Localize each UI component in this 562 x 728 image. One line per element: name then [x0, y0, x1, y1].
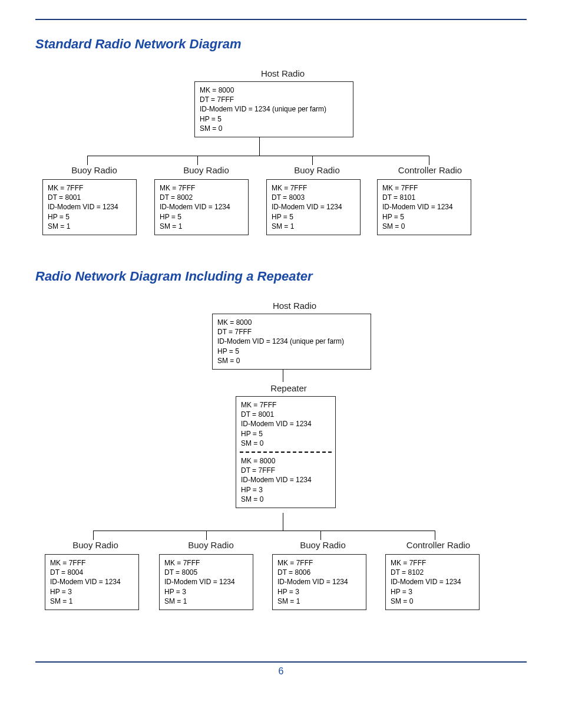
- child-2-sm: SM = 1: [272, 222, 355, 231]
- d2-child-0-box: MK = 7FFF DT = 8004 ID-Modem VID = 1234 …: [45, 554, 139, 610]
- connector: [283, 369, 283, 382]
- repeater-bot-id: ID-Modem VID = 1234: [241, 475, 330, 485]
- child-2-label: Buoy Radio: [276, 165, 358, 175]
- d2-child-3-box: MK = 7FFF DT = 8102 ID-Modem VID = 1234 …: [385, 554, 480, 610]
- child-2-box: MK = 7FFF DT = 8003 ID-Modem VID = 1234 …: [266, 179, 361, 235]
- host-label: Host Radio: [212, 68, 353, 78]
- child-3-id: ID-Modem VID = 1234: [382, 202, 466, 212]
- d2-child-1-mk: MK = 7FFF: [164, 558, 248, 568]
- repeater-bot-sm: SM = 0: [241, 495, 330, 504]
- connector: [87, 156, 88, 165]
- child-3-sm: SM = 0: [382, 222, 466, 231]
- repeater-top-sm: SM = 0: [241, 439, 330, 448]
- host2-hp: HP = 5: [217, 347, 366, 356]
- heading-diagram-2: Radio Network Diagram Including a Repeat…: [35, 269, 527, 284]
- connector: [206, 531, 207, 540]
- repeater-top-dt: DT = 8001: [241, 410, 330, 419]
- d2-child-2-sm: SM = 1: [277, 597, 361, 606]
- child-0-box: MK = 7FFF DT = 8001 ID-Modem VID = 1234 …: [42, 179, 137, 235]
- host2-sm: SM = 0: [217, 356, 366, 365]
- host-box: MK = 8000 DT = 7FFF ID-Modem VID = 1234 …: [194, 81, 353, 137]
- d2-child-2-hp: HP = 3: [277, 587, 361, 597]
- repeater-bot-dt: DT = 7FFF: [241, 466, 330, 475]
- d2-child-1-id: ID-Modem VID = 1234: [164, 577, 248, 587]
- host2-label: Host Radio: [224, 301, 365, 311]
- host-id: ID-Modem VID = 1234 (unique per farm): [200, 104, 348, 114]
- host2-mk: MK = 8000: [217, 318, 366, 327]
- d2-child-2-box: MK = 7FFF DT = 8006 ID-Modem VID = 1234 …: [272, 554, 366, 610]
- d2-child-0-hp: HP = 3: [50, 587, 134, 597]
- d2-child-2-dt: DT = 8006: [277, 568, 361, 577]
- repeater-bot-hp: HP = 3: [241, 485, 330, 495]
- repeater-top-id: ID-Modem VID = 1234: [241, 419, 330, 429]
- host2-box: MK = 8000 DT = 7FFF ID-Modem VID = 1234 …: [212, 314, 371, 370]
- child-0-id: ID-Modem VID = 1234: [48, 202, 131, 212]
- child-0-label: Buoy Radio: [53, 165, 135, 175]
- bottom-rule: [35, 661, 527, 663]
- child-1-hp: HP = 5: [160, 212, 243, 222]
- connector: [312, 156, 313, 165]
- d2-child-3-hp: HP = 3: [391, 587, 474, 597]
- d2-child-0-label: Buoy Radio: [54, 540, 137, 550]
- repeater-label: Repeater: [247, 383, 330, 393]
- d2-child-2-id: ID-Modem VID = 1234: [277, 577, 361, 587]
- child-0-dt: DT = 8001: [48, 193, 131, 202]
- child-3-box: MK = 7FFF DT = 8101 ID-Modem VID = 1234 …: [377, 179, 471, 235]
- child-1-sm: SM = 1: [160, 222, 243, 231]
- d2-child-2-mk: MK = 7FFF: [277, 558, 361, 568]
- d2-child-3-label: Controller Radio: [385, 540, 491, 550]
- d2-child-1-box: MK = 7FFF DT = 8005 ID-Modem VID = 1234 …: [159, 554, 253, 610]
- heading-diagram-1: Standard Radio Network Diagram: [35, 37, 527, 52]
- connector: [197, 156, 198, 165]
- child-0-hp: HP = 5: [48, 212, 131, 222]
- d2-child-2-label: Buoy Radio: [282, 540, 364, 550]
- host-dt: DT = 7FFF: [200, 95, 348, 104]
- repeater-top-mk: MK = 7FFF: [241, 400, 330, 410]
- connector: [320, 531, 321, 540]
- d2-child-1-hp: HP = 3: [164, 587, 248, 597]
- repeater-bot-mk: MK = 8000: [241, 456, 330, 466]
- connector: [283, 513, 283, 531]
- child-1-box: MK = 7FFF DT = 8002 ID-Modem VID = 1234 …: [154, 179, 249, 235]
- child-2-mk: MK = 7FFF: [272, 183, 355, 193]
- child-0-sm: SM = 1: [48, 222, 131, 231]
- child-3-hp: HP = 5: [382, 212, 466, 222]
- host-hp: HP = 5: [200, 114, 348, 124]
- d2-child-0-mk: MK = 7FFF: [50, 558, 134, 568]
- host-sm: SM = 0: [200, 124, 348, 133]
- child-1-label: Buoy Radio: [165, 165, 247, 175]
- repeater-radio-network-diagram: Host Radio MK = 8000 DT = 7FFF ID-Modem …: [35, 301, 527, 643]
- page-number: 6: [35, 666, 527, 694]
- d2-child-3-dt: DT = 8102: [391, 568, 474, 577]
- d2-child-0-dt: DT = 8004: [50, 568, 134, 577]
- top-rule: [35, 19, 527, 20]
- host-mk: MK = 8000: [200, 85, 348, 95]
- child-2-id: ID-Modem VID = 1234: [272, 202, 355, 212]
- child-1-mk: MK = 7FFF: [160, 183, 243, 193]
- repeater-top-hp: HP = 5: [241, 429, 330, 439]
- d2-child-3-mk: MK = 7FFF: [391, 558, 474, 568]
- connector: [429, 156, 429, 165]
- d2-child-0-sm: SM = 1: [50, 597, 134, 606]
- standard-radio-network-diagram: Host Radio MK = 8000 DT = 7FFF ID-Modem …: [35, 68, 527, 269]
- host2-id: ID-Modem VID = 1234 (unique per farm): [217, 337, 366, 346]
- child-1-id: ID-Modem VID = 1234: [160, 202, 243, 212]
- connector: [435, 531, 435, 540]
- child-2-hp: HP = 5: [272, 212, 355, 222]
- d2-child-0-id: ID-Modem VID = 1234: [50, 577, 134, 587]
- d2-child-3-id: ID-Modem VID = 1234: [391, 577, 474, 587]
- child-3-label: Controller Radio: [377, 165, 483, 175]
- child-3-dt: DT = 8101: [382, 193, 466, 202]
- connector: [93, 531, 435, 531]
- child-1-dt: DT = 8002: [160, 193, 243, 202]
- host2-dt: DT = 7FFF: [217, 327, 366, 337]
- child-3-mk: MK = 7FFF: [382, 183, 466, 193]
- d2-child-1-dt: DT = 8005: [164, 568, 248, 577]
- d2-child-1-sm: SM = 1: [164, 597, 248, 606]
- connector: [93, 531, 94, 540]
- page: Standard Radio Network Diagram Host Radi…: [0, 0, 562, 706]
- child-2-dt: DT = 8003: [272, 193, 355, 202]
- d2-child-1-label: Buoy Radio: [170, 540, 252, 550]
- d2-child-3-sm: SM = 0: [391, 597, 474, 606]
- connector: [259, 137, 260, 156]
